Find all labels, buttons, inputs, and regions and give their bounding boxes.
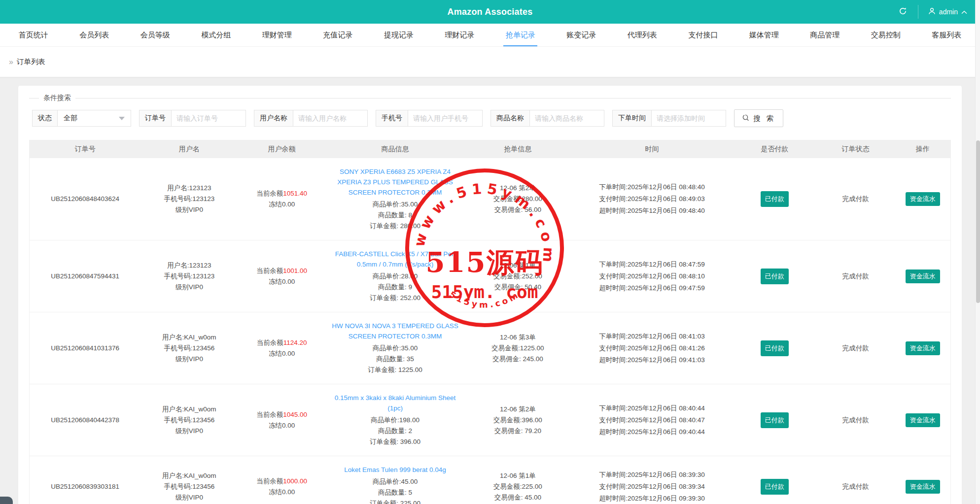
- product-info: SONY XPERIA E6683 Z5 XPERIA Z4 XPERIA Z3…: [326, 158, 465, 240]
- product-link[interactable]: FABER-CASTELL Click X5 / X7 Ball Pen 0.5…: [330, 249, 461, 269]
- col-order-status: 订单状态: [816, 140, 895, 158]
- product-info: Loket Emas Tulen 999 berat 0.04g 商品单价:45…: [326, 456, 465, 504]
- nav-item-support-list[interactable]: 客服列表: [916, 24, 978, 46]
- quantity: 商品数量: 2: [330, 426, 461, 437]
- table-row: UB2512060848403624 用户名:123123 手机号码:12312…: [30, 158, 950, 240]
- page-body: 条件搜索 状态 全部 订单号 用户名称: [0, 77, 980, 504]
- order-no-input[interactable]: [171, 110, 246, 127]
- breadcrumb-arrow-icon: »: [9, 58, 13, 67]
- order-amount: 订单金额: 1225.00: [330, 365, 461, 375]
- order-no: UB2512060841031376: [30, 312, 140, 384]
- order-amount: 订单金额: 252.00: [330, 293, 461, 303]
- orders-table-container: 订单号 用户名 用户余额 商品信息 抢单信息 时间 是否付款 订单状态 操作 U…: [29, 140, 951, 504]
- product-name-filter: 商品名称: [490, 110, 604, 127]
- table-row: UB2512060847594431 用户名:123123 手机号码:12312…: [30, 240, 950, 312]
- chevron-up-icon: [961, 8, 967, 16]
- nav-item-trade-control[interactable]: 交易控制: [855, 24, 916, 46]
- balance-amount: 1124.20: [283, 339, 307, 346]
- nav-item-finance-mgmt[interactable]: 理财管理: [246, 24, 308, 46]
- time-info: 下单时间:2025年12月06日 08:41:03 支付时间:2025年12月0…: [571, 312, 733, 384]
- phone-label: 手机号: [376, 110, 408, 127]
- balance-info: 当前余额1051.40 冻结0.00: [238, 158, 325, 240]
- order-no-label: 订单号: [139, 110, 171, 127]
- breadcrumb: » 订单列表: [0, 47, 980, 77]
- frozen-amount: 冻结0.00: [242, 420, 321, 431]
- fund-flow-button[interactable]: 资金流水: [906, 269, 940, 283]
- order-time-input[interactable]: [651, 110, 726, 127]
- balance-amount: 1051.40: [283, 190, 307, 197]
- frozen-amount: 冻结0.00: [242, 199, 321, 210]
- nav-item-member-list[interactable]: 会员列表: [64, 24, 125, 46]
- scrollbar-track[interactable]: [975, 0, 980, 504]
- nav-item-finance-records[interactable]: 理财记录: [429, 24, 490, 46]
- app-title: Amazon Associates: [0, 7, 980, 17]
- product-info: 0.15mm x 3kaki x 8kaki Aluminium Sheet (…: [326, 384, 465, 456]
- balance-info: 当前余额1000.00 冻结0.00: [238, 456, 325, 504]
- refresh-button[interactable]: [888, 0, 918, 24]
- col-paid: 是否付款: [733, 140, 816, 158]
- table-header-row: 订单号 用户名 用户余额 商品信息 抢单信息 时间 是否付款 订单状态 操作: [30, 140, 950, 158]
- time-info: 下单时间:2025年12月06日 08:47:59 支付时间:2025年12月0…: [571, 240, 733, 312]
- nav-item-grab-records[interactable]: 抢单记录: [490, 24, 551, 46]
- nav-item-mode-group[interactable]: 模式分组: [186, 24, 247, 46]
- nav-item-withdraw-records[interactable]: 提现记录: [368, 24, 429, 46]
- user-info: 用户名:KAI_w0om 手机号码:123456 级别VIP0: [140, 456, 238, 504]
- order-time-label: 下单时间: [612, 110, 651, 127]
- quantity: 商品数量: 5: [330, 487, 461, 498]
- nav-item-media-mgmt[interactable]: 媒体管理: [734, 24, 795, 46]
- product-link[interactable]: Loket Emas Tulen 999 berat 0.04g: [344, 465, 446, 475]
- fund-flow-button[interactable]: 资金流水: [906, 192, 940, 206]
- product-link[interactable]: 0.15mm x 3kaki x 8kaki Aluminium Sheet (…: [330, 393, 461, 413]
- search-button[interactable]: 搜 索: [734, 109, 783, 127]
- user-name-label: 用户名称: [254, 110, 293, 127]
- col-grab-info: 抢单信息: [464, 140, 571, 158]
- search-icon: [742, 114, 750, 123]
- time-info: 下单时间:2025年12月06日 08:48:40 支付时间:2025年12月0…: [571, 158, 733, 240]
- filter-bar: 状态 全部 订单号 用户名称 手机号: [32, 109, 948, 127]
- nav-item-balance-changes[interactable]: 账变记录: [551, 24, 612, 46]
- user-menu[interactable]: admin: [918, 0, 980, 24]
- order-amount: 订单金额: 396.00: [330, 437, 461, 447]
- order-status: 完成付款: [816, 312, 895, 384]
- phone-filter: 手机号: [376, 110, 483, 127]
- fund-flow-button[interactable]: 资金流水: [906, 341, 940, 355]
- search-fieldset: 条件搜索 状态 全部 订单号 用户名称: [29, 94, 951, 140]
- main-nav: 首页统计 会员列表 会员等级 模式分组 理财管理 充值记录 提现记录 理财记录 …: [0, 24, 980, 47]
- product-name-input[interactable]: [529, 110, 604, 127]
- nav-item-member-level[interactable]: 会员等级: [125, 24, 186, 46]
- nav-item-home-stats[interactable]: 首页统计: [3, 24, 64, 46]
- table-row: UB2512060839303181 用户名:KAI_w0om 手机号码:123…: [30, 456, 950, 504]
- quantity: 商品数量: 8: [330, 210, 461, 221]
- product-link[interactable]: SONY XPERIA E6683 Z5 XPERIA Z4 XPERIA Z3…: [330, 167, 461, 198]
- fund-flow-button[interactable]: 资金流水: [906, 480, 940, 494]
- status-filter: 状态 全部: [32, 110, 131, 127]
- phone-input[interactable]: [408, 110, 483, 127]
- username-label: admin: [939, 8, 958, 16]
- col-username: 用户名: [140, 140, 238, 158]
- status-select[interactable]: 全部: [57, 110, 131, 127]
- unit-price: 商品单价:35.00: [330, 199, 461, 210]
- search-button-label: 搜 索: [753, 114, 775, 123]
- fund-flow-button[interactable]: 资金流水: [906, 413, 940, 427]
- nav-item-recharge-records[interactable]: 充值记录: [308, 24, 369, 46]
- order-amount: 订单金额: 280.00: [330, 221, 461, 232]
- grab-info: 12-06 第1单 交易金额:252.00 交易佣金: 50.40: [464, 240, 571, 312]
- search-legend: 条件搜索: [39, 94, 75, 102]
- scrollbar-thumb[interactable]: [976, 140, 980, 303]
- nav-item-product-mgmt[interactable]: 商品管理: [795, 24, 856, 46]
- nav-item-agent-list[interactable]: 代理列表: [612, 24, 673, 46]
- quantity: 商品数量: 9: [330, 282, 461, 293]
- product-link[interactable]: HW NOVA 3I NOVA 3 TEMPERED GLASS SCREEN …: [330, 321, 461, 341]
- order-status: 完成付款: [816, 456, 895, 504]
- balance-amount: 1045.00: [283, 411, 307, 418]
- time-info: 下单时间:2025年12月06日 08:40:44 支付时间:2025年12月0…: [571, 384, 733, 456]
- balance-info: 当前余额1124.20 冻结0.00: [238, 312, 325, 384]
- grab-info: 12-06 第2单 交易金额:280.00 交易佣金: 56.00: [464, 158, 571, 240]
- balance-amount: 1001.00: [283, 267, 307, 274]
- nav-item-payment-api[interactable]: 支付接口: [673, 24, 734, 46]
- frozen-amount: 冻结0.00: [242, 348, 321, 359]
- refresh-icon: [899, 7, 907, 17]
- user-name-input[interactable]: [293, 110, 368, 127]
- orders-table: 订单号 用户名 用户余额 商品信息 抢单信息 时间 是否付款 订单状态 操作 U…: [30, 140, 950, 504]
- product-info: HW NOVA 3I NOVA 3 TEMPERED GLASS SCREEN …: [326, 312, 465, 384]
